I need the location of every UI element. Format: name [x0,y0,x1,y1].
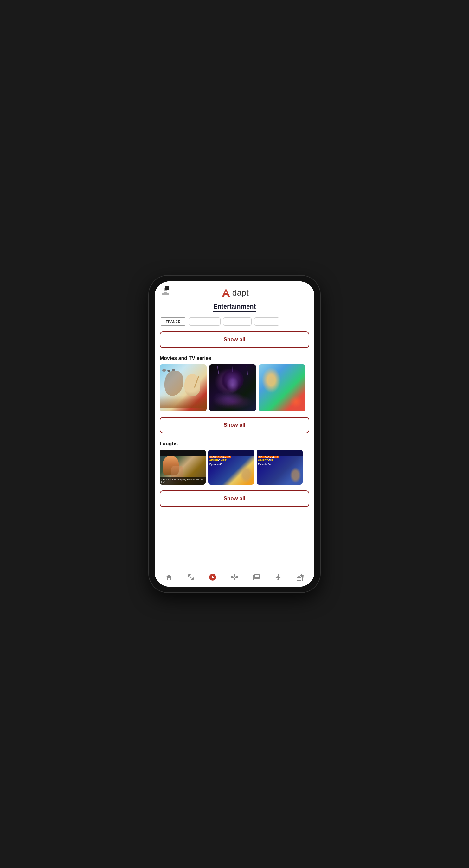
home-icon [165,573,173,582]
chip-4[interactable] [254,317,280,326]
nav-item-news[interactable] [250,571,263,583]
nav-item-food[interactable] [294,571,306,583]
travel-icon [274,573,283,582]
logo-text: dapt [232,288,249,298]
episode-69-label: Episode 69 [209,463,231,466]
movies-row [160,364,309,412]
show-all-movies-button[interactable]: Show all [160,417,309,433]
show-all-laughs-button[interactable]: Show all [160,490,309,507]
movie-card-horror[interactable] [209,364,256,411]
video-card-mark-angel-54[interactable]: MARKANGEL TV #IMPROMF Episode 54 [257,450,303,485]
movies-section: Movies and TV series [155,351,314,414]
nav-item-games[interactable] [228,571,241,583]
page-title: Entertainment [213,303,256,312]
food-icon [296,573,304,582]
country-chips-row: FRANCE [155,315,314,328]
fitness-icon [186,573,195,582]
phone-frame: dapt Entertainment FRANCE Show all [149,276,320,592]
movie-card-animated[interactable] [259,364,305,411]
chip-france[interactable]: FRANCE [160,317,186,326]
scroll-content[interactable]: FRANCE Show all Movies and TV series [155,315,314,569]
laughs-section: Laughs If Your Son Is Smoking Oxygen Wha… [155,437,314,487]
svg-rect-1 [224,291,228,292]
camera-dot [165,286,169,290]
games-icon [230,573,239,582]
phone-screen: dapt Entertainment FRANCE Show all [155,281,314,587]
episode-54-label: Episode 54 [258,463,280,466]
movies-section-title: Movies and TV series [160,355,309,361]
app-logo: dapt [220,287,249,299]
page-title-container: Entertainment [155,302,314,315]
laughs-row: If Your Son Is Smoking Oxygen What Will … [160,450,309,486]
entertainment-icon [208,573,217,582]
header: dapt [155,281,314,302]
nav-item-home[interactable] [163,571,175,583]
news-icon [252,573,261,582]
movie-card-pinocchio[interactable] [160,364,207,411]
bottom-navigation [155,569,314,587]
video-card-mark-angel-69[interactable]: MARKANGEL TV #IMPROMPTU Episode 69 [208,450,254,485]
nav-item-travel[interactable] [272,571,285,583]
show-all-top-button[interactable]: Show all [160,331,309,348]
chip-3[interactable] [223,317,252,326]
nav-item-fitness[interactable] [184,571,197,583]
video-caption-text: If Your Son Is Smoking Oxygen What Will … [161,478,204,484]
video-card-street[interactable]: If Your Son Is Smoking Oxygen What Will … [160,450,206,485]
laughs-section-title: Laughs [160,441,309,447]
nav-item-entertainment[interactable] [206,571,219,583]
chip-2[interactable] [189,317,221,326]
app-screen: dapt Entertainment FRANCE Show all [155,281,314,587]
